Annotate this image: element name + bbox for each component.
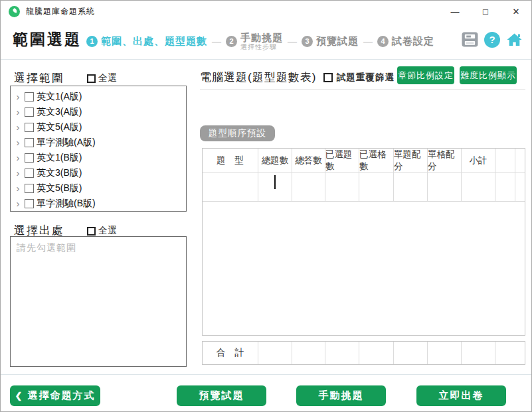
tree-checkbox[interactable] bbox=[25, 138, 34, 147]
tree-item-label[interactable]: 英文3(A版) bbox=[37, 106, 82, 118]
step-separator: — bbox=[212, 36, 221, 46]
tree-item-6[interactable]: › 英文5(B版) bbox=[11, 180, 186, 196]
step-2-label: 手動挑題 bbox=[240, 32, 283, 43]
tree-item-label[interactable]: 英文1(A版) bbox=[37, 91, 82, 103]
col-header-points-per-question: 單題配分 bbox=[394, 149, 428, 172]
tree-item-4[interactable]: › 英文1(B版) bbox=[11, 150, 186, 165]
entry-cell-total-answers[interactable] bbox=[292, 172, 325, 201]
range-select-all-checkbox[interactable] bbox=[87, 74, 96, 83]
app-icon bbox=[9, 6, 20, 17]
expand-icon[interactable]: › bbox=[14, 183, 22, 193]
tree-item-0[interactable]: › 英文1(A版) bbox=[11, 89, 186, 104]
tree-item-label[interactable]: 單字測驗(B版) bbox=[37, 198, 96, 210]
tree-item-label[interactable]: 英文3(B版) bbox=[37, 167, 82, 179]
tree-item-3[interactable]: › 單字測驗(A版) bbox=[11, 135, 186, 150]
step-2-badge: 2 bbox=[226, 36, 237, 47]
expand-icon[interactable]: › bbox=[14, 153, 22, 163]
step-3-preview[interactable]: 3 預覽試題 bbox=[302, 35, 359, 48]
generate-paper-button[interactable]: 立即出卷 bbox=[416, 385, 506, 406]
totals-cell bbox=[359, 342, 394, 364]
col-header-type: 題 型 bbox=[203, 149, 258, 172]
home-icon[interactable] bbox=[506, 31, 523, 48]
tree-checkbox[interactable] bbox=[25, 92, 34, 102]
manual-pick-button[interactable]: 手動挑題 bbox=[296, 385, 386, 406]
header-divider bbox=[1, 59, 531, 60]
entry-cell-filler bbox=[515, 172, 525, 201]
duplicate-filter-checkbox[interactable] bbox=[323, 73, 333, 82]
col-header-total-questions: 總題數 bbox=[258, 149, 292, 172]
expand-icon[interactable]: › bbox=[14, 198, 22, 208]
tree-item-7[interactable]: › 單字測驗(B版) bbox=[11, 196, 186, 211]
close-button[interactable]: ✕ bbox=[501, 1, 531, 22]
step-1-range[interactable]: 1 範圍、出處、題型題數 bbox=[86, 35, 207, 48]
range-select-all-label: 全選 bbox=[98, 72, 117, 84]
tree-checkbox[interactable] bbox=[25, 199, 34, 208]
col-header-points-per-blank: 單格配分 bbox=[428, 149, 462, 172]
back-button[interactable]: ❮ 選擇命題方式 bbox=[10, 385, 100, 406]
source-select-all-checkbox[interactable] bbox=[87, 227, 96, 236]
col-header-total-answers: 總答數 bbox=[292, 149, 325, 172]
entry-cell-points-per-blank[interactable] bbox=[428, 172, 462, 201]
entry-cell-selected-questions[interactable] bbox=[325, 172, 359, 201]
tree-item-2[interactable]: › 英文5(A版) bbox=[11, 119, 186, 135]
tree-checkbox[interactable] bbox=[25, 153, 34, 163]
tree-item-label[interactable]: 英文1(B版) bbox=[37, 152, 82, 164]
totals-cell bbox=[462, 342, 495, 364]
expand-icon[interactable]: › bbox=[14, 92, 22, 102]
tree-item-1[interactable]: › 英文3(A版) bbox=[11, 104, 186, 119]
entry-cell-type[interactable] bbox=[203, 172, 258, 201]
panel-divider bbox=[200, 89, 525, 90]
preview-questions-button[interactable]: 預覽試題 bbox=[177, 385, 266, 406]
expand-icon[interactable]: › bbox=[14, 168, 22, 178]
col-header-filler bbox=[515, 149, 525, 172]
source-listbox[interactable]: 請先勾選範圍 bbox=[10, 236, 187, 367]
entry-cell-points-per-question[interactable] bbox=[394, 172, 428, 201]
titlebar: 龍騰題庫命題系統 — □ ✕ bbox=[1, 1, 531, 22]
entry-cell-empty[interactable] bbox=[495, 172, 515, 201]
help-icon[interactable]: ? bbox=[484, 32, 500, 48]
footer-divider bbox=[1, 374, 531, 375]
difficulty-ratio-button[interactable]: 難度比例顯示 bbox=[460, 66, 517, 84]
tree-checkbox[interactable] bbox=[25, 184, 34, 193]
totals-cell bbox=[292, 342, 325, 364]
step-1-badge: 1 bbox=[86, 36, 98, 47]
totals-cell bbox=[258, 342, 292, 364]
duplicate-filter-label: 試題重覆篩選 bbox=[337, 72, 395, 84]
step-2-sublabel: 選擇性步驟 bbox=[240, 43, 283, 51]
range-select-all: 全選 bbox=[87, 72, 117, 84]
minimize-button[interactable]: — bbox=[440, 1, 470, 22]
tree-item-label[interactable]: 英文5(A版) bbox=[37, 121, 82, 133]
text-caret bbox=[274, 175, 276, 189]
page-title: 範圍選題 bbox=[13, 29, 82, 50]
tree-checkbox[interactable] bbox=[25, 107, 34, 117]
expand-icon[interactable]: › bbox=[14, 122, 22, 132]
expand-icon[interactable]: › bbox=[14, 137, 22, 147]
col-header-empty bbox=[495, 149, 515, 172]
save-icon[interactable] bbox=[462, 31, 478, 48]
step-separator: — bbox=[363, 36, 373, 46]
app-window: 龍騰題庫命題系統 — □ ✕ 範圍選題 1 範圍、出處、題型題數 — 2 手動挑… bbox=[0, 0, 532, 412]
chevron-left-icon: ❮ bbox=[15, 391, 24, 401]
col-header-subtotal: 小計 bbox=[462, 149, 495, 172]
totals-label: 合 計 bbox=[203, 342, 258, 364]
step-4-paper-settings[interactable]: 4 試卷設定 bbox=[377, 35, 434, 48]
range-tree[interactable]: › 英文1(A版) › 英文3(A版) › 英文5(A版) › 單字測驗(A版)… bbox=[10, 86, 187, 212]
maximize-button[interactable]: □ bbox=[470, 1, 501, 22]
type-order-preset-button[interactable]: 題型順序預設 bbox=[200, 125, 275, 141]
chapter-ratio-button[interactable]: 章節比例設定 bbox=[397, 66, 454, 84]
entry-cell-selected-blanks[interactable] bbox=[359, 172, 394, 201]
duplicate-filter: 試題重覆篩選 bbox=[323, 72, 395, 84]
expand-icon[interactable]: › bbox=[14, 107, 22, 117]
step-3-badge: 3 bbox=[302, 36, 313, 47]
step-2-manual-pick[interactable]: 2 手動挑題 選擇性步驟 bbox=[226, 32, 283, 51]
source-select-all-label: 全選 bbox=[98, 225, 117, 237]
tree-checkbox[interactable] bbox=[25, 169, 34, 178]
tree-checkbox[interactable] bbox=[25, 123, 34, 132]
tree-item-5[interactable]: › 英文3(B版) bbox=[11, 165, 186, 180]
window-title: 龍騰題庫命題系統 bbox=[26, 6, 95, 17]
tree-item-label[interactable]: 英文5(B版) bbox=[37, 182, 82, 194]
entry-cell-total-questions[interactable] bbox=[258, 172, 292, 201]
totals-cell bbox=[325, 342, 359, 364]
tree-item-label[interactable]: 單字測驗(A版) bbox=[37, 137, 96, 149]
entry-cell-subtotal[interactable] bbox=[462, 172, 495, 201]
